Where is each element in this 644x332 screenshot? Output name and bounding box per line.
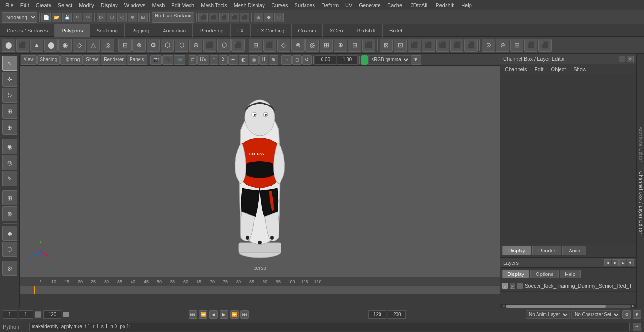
menu-mesh-display[interactable]: Mesh Display xyxy=(231,1,268,9)
vp-renderer-menu[interactable]: Renderer xyxy=(101,55,126,65)
menu-cache[interactable]: Cache xyxy=(384,1,405,9)
menu-deform[interactable]: Deform xyxy=(318,1,342,9)
uv7-btn[interactable]: ⬛ xyxy=(464,39,478,52)
deform1-btn[interactable]: ⊙ xyxy=(482,39,495,52)
anim-layer-select[interactable]: No Anim Layer xyxy=(526,310,570,319)
vp-panels-menu[interactable]: Panels xyxy=(127,55,147,65)
menu-mesh-tools[interactable]: Mesh Tools xyxy=(198,1,230,9)
soft-select-icon[interactable]: ⊞ xyxy=(138,13,148,22)
rp-display-tab[interactable]: Display xyxy=(502,246,531,255)
layers-options-tab[interactable]: Options xyxy=(530,270,559,278)
deform3-btn[interactable]: ⊞ xyxy=(510,39,523,52)
pb-menu-btn[interactable]: ▼ xyxy=(633,310,641,319)
vp-grid-btn[interactable]: # xyxy=(189,55,197,65)
obj-btn[interactable]: ⬡ xyxy=(217,39,231,52)
edit-menu[interactable]: Edit xyxy=(532,65,545,73)
tab-xgen[interactable]: XGen xyxy=(323,24,350,37)
pb-step-fwd[interactable]: ⏩ xyxy=(230,310,239,319)
prism-btn[interactable]: ◇ xyxy=(73,39,86,52)
render2-icon[interactable]: ⬛ xyxy=(209,13,218,22)
menu-redshift[interactable]: Redshift xyxy=(432,1,458,9)
tab-fx-caching[interactable]: FX Caching xyxy=(251,24,291,37)
redo-icon[interactable]: ↪ xyxy=(83,13,92,22)
render-icon[interactable]: ⬛ xyxy=(198,13,208,22)
vp-xray-btn[interactable]: X xyxy=(219,55,228,65)
layers-up-btn[interactable]: ▲ xyxy=(619,259,626,266)
tab-custom[interactable]: Custom xyxy=(292,24,323,37)
channel-box-label[interactable]: Channel Box / Layer Editor xyxy=(638,171,643,235)
tab-redshift[interactable]: Redshift xyxy=(350,24,383,37)
bridge-btn[interactable]: ⬛ xyxy=(263,39,276,52)
python-input[interactable] xyxy=(29,323,630,331)
rotate-tool-btn[interactable]: ↻ xyxy=(2,88,17,103)
deform2-btn[interactable]: ⊛ xyxy=(496,39,509,52)
sep-btn[interactable]: ⊟ xyxy=(348,39,361,52)
menu-select[interactable]: Select xyxy=(55,1,76,9)
vp-view-menu[interactable]: View xyxy=(21,55,37,65)
vp-shadow-btn[interactable]: ◐ xyxy=(239,55,248,65)
vp-cam3-btn[interactable]: 📹 xyxy=(174,55,185,65)
layers-down-btn[interactable]: ▼ xyxy=(627,259,634,266)
undo-icon[interactable]: ↩ xyxy=(73,13,82,22)
current-frame2-input[interactable] xyxy=(19,310,33,319)
channels-menu[interactable]: Channels xyxy=(503,65,528,73)
layer-p-btn[interactable]: P xyxy=(510,283,515,289)
python-execute-btn[interactable]: ↵ xyxy=(633,323,641,331)
pb-settings-btn[interactable]: ⚙ xyxy=(622,310,631,319)
vp-sel-btn[interactable]: □ xyxy=(210,55,218,65)
layers-display-tab[interactable]: Display xyxy=(502,270,529,278)
char-set-select[interactable]: No Character Set xyxy=(571,310,620,319)
layers-scroll-right[interactable]: ► xyxy=(612,259,619,266)
pb-play-back[interactable]: ◀ xyxy=(209,310,218,319)
fill-btn[interactable]: ⬛ xyxy=(362,39,375,52)
uv4-btn[interactable]: ⬛ xyxy=(422,39,435,52)
tab-rigging[interactable]: Rigging xyxy=(125,24,156,37)
vp-cam2-btn[interactable]: 🎥 xyxy=(162,55,173,65)
vp-size-btn[interactable]: ↔ xyxy=(281,55,292,65)
vp-color-dot[interactable] xyxy=(361,55,368,65)
paint-select-btn[interactable]: ✎ xyxy=(2,171,17,186)
boolean-btn[interactable]: ⊗ xyxy=(291,39,305,52)
deform4-btn[interactable]: ⬛ xyxy=(524,39,537,52)
menu-uv[interactable]: UV xyxy=(342,1,355,9)
vp-fx-btn[interactable]: ⊕ xyxy=(269,55,278,65)
universal-tool-btn[interactable]: ⊕ xyxy=(2,120,17,135)
torus-btn[interactable]: ◎ xyxy=(101,39,114,52)
layers-scrollbar-thumb[interactable] xyxy=(506,305,606,308)
current-frame-input[interactable] xyxy=(3,310,17,319)
render3-icon[interactable]: ⬛ xyxy=(219,13,229,22)
paint-icon[interactable]: ◎ xyxy=(117,13,127,22)
layers-scrollbar-track[interactable] xyxy=(506,305,631,308)
timeline-bar[interactable] xyxy=(20,286,500,294)
vp-color-opts[interactable]: ▼ xyxy=(411,55,421,65)
bevel-btn[interactable]: ◇ xyxy=(277,39,290,52)
rp-render-tab[interactable]: Render xyxy=(532,246,561,255)
vp-shading-menu[interactable]: Shading xyxy=(37,55,60,65)
text-btn[interactable]: ⬛ xyxy=(203,39,216,52)
tab-curves-surfaces[interactable]: Curves / Surfaces xyxy=(0,24,55,37)
plane-btn[interactable]: ⊟ xyxy=(118,39,132,52)
menu-edit-mesh[interactable]: Edit Mesh xyxy=(168,1,198,9)
tab-sculpting[interactable]: Sculpting xyxy=(90,24,125,37)
uv6-btn[interactable]: ⬛ xyxy=(450,39,463,52)
no-live-surface-btn[interactable]: No Live Surface xyxy=(152,12,194,23)
vp-ao-btn[interactable]: ◎ xyxy=(249,55,259,65)
object-menu[interactable]: Object xyxy=(549,65,568,73)
scale-tool-btn[interactable]: ⊞ xyxy=(2,104,17,119)
menu-curves[interactable]: Curves xyxy=(268,1,291,9)
lasso-icon[interactable]: ⬡ xyxy=(107,13,116,22)
snap-btn[interactable]: ⊞ xyxy=(2,190,17,205)
move-tool-btn[interactable]: ✛ xyxy=(2,72,17,87)
grid-icon[interactable]: ⊞ xyxy=(254,13,263,22)
playback-end-input[interactable] xyxy=(388,310,406,319)
svgbtn[interactable]: ⬛ xyxy=(231,39,245,52)
vp-rot-y[interactable] xyxy=(337,55,358,65)
layers-scrollbar-area[interactable]: ◄ ► xyxy=(500,304,636,308)
timeline-ruler[interactable]: 5 10 15 20 25 30 35 40 45 50 55 60 65 70 xyxy=(20,277,500,286)
vp-rot-x[interactable] xyxy=(315,55,336,65)
vp-hdr-btn[interactable]: H xyxy=(259,55,268,65)
vp-color-space[interactable]: sRGB gamma xyxy=(368,55,410,65)
menu-modify[interactable]: Modify xyxy=(75,1,97,9)
select-tool-btn[interactable]: ↖ xyxy=(2,56,17,71)
open-file-icon[interactable]: 📂 xyxy=(52,13,61,22)
